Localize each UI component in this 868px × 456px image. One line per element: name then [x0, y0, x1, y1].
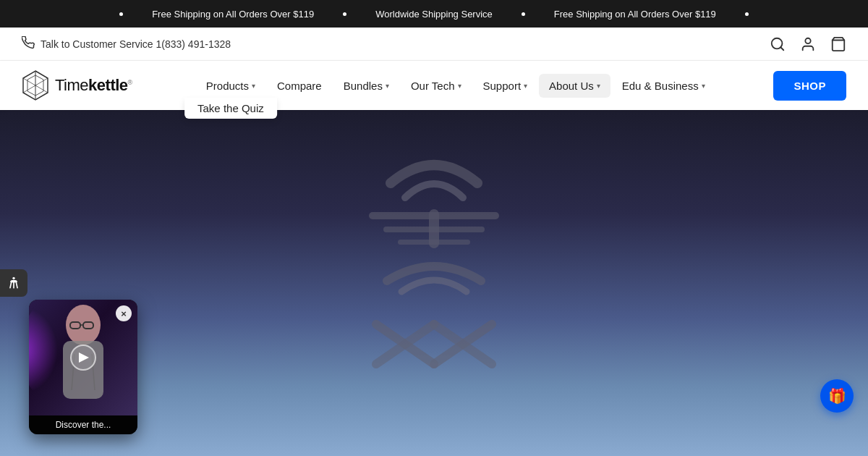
dot-2: [343, 12, 346, 16]
video-caption: Discover the...: [29, 415, 137, 434]
logo-reg: ®: [128, 79, 132, 86]
phone-service[interactable]: Talk to Customer Service 1(833) 491-1328: [22, 36, 231, 51]
hero-section: Discover the... × 🎁: [0, 110, 868, 456]
gift-button[interactable]: 🎁: [820, 379, 854, 413]
service-bar: Talk to Customer Service 1(833) 491-1328: [0, 28, 868, 61]
nav-our-tech[interactable]: Our Tech ▾: [401, 74, 472, 98]
header-icons: [770, 36, 846, 52]
chevron-down-icon-4: ▾: [524, 82, 527, 90]
video-close-button[interactable]: ×: [116, 305, 132, 321]
svg-point-24: [12, 277, 14, 279]
chevron-down-icon: ▾: [252, 82, 255, 90]
phone-icon: [22, 36, 35, 51]
nav-bundles[interactable]: Bundles ▾: [333, 74, 399, 98]
announcement-3: Free Shipping on All Orders Over $119: [554, 9, 716, 20]
video-popup: Discover the... ×: [29, 300, 137, 434]
svg-line-25: [10, 282, 12, 288]
dot-4: [745, 12, 749, 16]
svg-line-26: [16, 282, 17, 288]
accessibility-icon: [7, 276, 21, 290]
navbar: Timekettle® Products ▾ Take the Quiz Com…: [0, 61, 868, 110]
search-icon[interactable]: [770, 36, 786, 52]
nav-compare[interactable]: Compare: [267, 74, 332, 98]
chevron-down-icon-2: ▾: [386, 82, 389, 90]
phone-text[interactable]: Talk to Customer Service 1(833) 491-1328: [41, 38, 231, 50]
play-button[interactable]: [70, 345, 96, 371]
dot-1: [119, 12, 123, 16]
announcement-bar: Free Shipping on All Orders Over $119 Wo…: [0, 0, 868, 28]
svg-line-1: [780, 47, 783, 50]
logo[interactable]: Timekettle®: [22, 69, 137, 101]
nav-edu-business[interactable]: Edu & Business ▾: [612, 74, 715, 98]
chevron-down-icon-3: ▾: [458, 82, 461, 90]
chevron-down-icon-6: ▾: [702, 82, 705, 90]
shop-button[interactable]: SHOP: [773, 71, 846, 101]
logo-text: Timekettle®: [55, 76, 132, 95]
announcement-2: Worldwide Shipping Service: [375, 9, 493, 20]
nav-about-us[interactable]: About Us ▾: [539, 74, 610, 98]
accessibility-button[interactable]: [0, 269, 27, 297]
hero-brand-symbol: [333, 140, 535, 400]
nav-products[interactable]: Products ▾ Take the Quiz: [196, 74, 265, 98]
cart-icon[interactable]: [830, 36, 846, 52]
nav-quiz-label[interactable]: Take the Quiz: [184, 98, 277, 119]
dot-3: [522, 12, 525, 16]
svg-point-2: [805, 38, 810, 43]
gift-icon: 🎁: [828, 387, 846, 405]
announcement-1: Free Shipping on All Orders Over $119: [152, 9, 314, 20]
logo-svg: [22, 69, 49, 101]
user-icon[interactable]: [800, 36, 816, 52]
svg-rect-12: [429, 209, 439, 248]
main-nav: Products ▾ Take the Quiz Compare Bundles…: [137, 74, 773, 98]
nav-support[interactable]: Support ▾: [473, 74, 538, 98]
chevron-down-icon-5: ▾: [597, 82, 600, 90]
